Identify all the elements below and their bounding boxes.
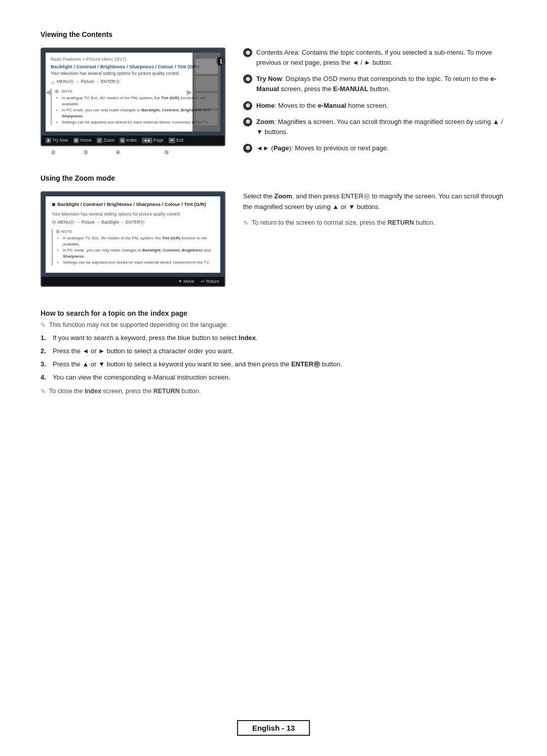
zoom-note-2: In PC mode, you can only make changes to… <box>63 247 214 260</box>
sidebar-thumb-2 <box>196 76 218 91</box>
step-2-num: 2. <box>41 346 49 356</box>
index-note-text: This function may not be supported depen… <box>49 321 228 328</box>
list-text-4: Zoom: Magnifies a screen. You can scroll… <box>256 117 506 137</box>
tv-heading: Backlight / Contrast / Brightness / Shar… <box>51 64 215 69</box>
step-2: 2. Press the ◄ or ► button to select a c… <box>41 346 506 356</box>
section2-two-col: ■ Backlight / Contrast / Brightness / Sh… <box>41 191 506 287</box>
badge-num-2: ❷ <box>243 74 252 83</box>
step-1-num: 1. <box>41 333 49 343</box>
zoom-toolbar-return: ↩ Return <box>201 279 219 284</box>
list-text-5: ◄► (Page): Moves to previous or next pag… <box>256 143 506 153</box>
tv-breadcrumb: Basic Features > Picture Menu (3/17) <box>51 57 215 62</box>
sidebar-thumb-4 <box>196 110 218 125</box>
toolbar-try-now: A Try Now <box>46 138 68 143</box>
zoom-return-text: To return to the screen to normal size, … <box>252 219 435 226</box>
tv-desc: Your television has several setting opti… <box>51 71 215 77</box>
key-c: C <box>97 138 102 143</box>
zoom-note: ㊗ NOTE In analogue TV, Ext., AV modes of… <box>52 229 214 266</box>
section2-right: Select the Zoom, and then press ENTER㊞ t… <box>243 191 506 231</box>
key-d: D <box>120 138 125 143</box>
tv-sidebar <box>192 53 220 132</box>
zoom-toolbar-move: ✦ Move <box>178 279 194 284</box>
note-label-text: NOTE <box>61 89 72 94</box>
step-2-text: Press the ◄ or ► button to select a char… <box>53 346 233 356</box>
list-item-2: ❷ Try Now: Displays the OSD menu that co… <box>243 74 506 94</box>
step-3-num: 3. <box>41 359 49 369</box>
bullet-icon: ■ <box>52 201 55 208</box>
list-item-5: ❺ ◄► (Page): Moves to previous or next p… <box>243 143 506 153</box>
list-text-3: Home: Moves to the e-Manual home screen. <box>256 101 506 111</box>
step-3-text: Press the ▲ or ▼ button to select a keyw… <box>53 359 342 369</box>
toolbar-home: B Home <box>73 138 92 143</box>
list-item-1: ❶ Contents Area: Contains the topic cont… <box>243 48 506 68</box>
zoom-note-label-text: NOTE <box>61 229 72 234</box>
key-page: ◄► <box>142 138 152 143</box>
section1-two-col: Basic Features > Picture Menu (3/17) Bac… <box>41 48 506 156</box>
section1-left: Basic Features > Picture Menu (3/17) Bac… <box>41 48 228 156</box>
zoom-heading-row: ■ Backlight / Contrast / Brightness / Sh… <box>52 201 214 209</box>
section1-right: ❶ Contents Area: Contains the topic cont… <box>243 48 506 153</box>
step-1: 1. If you want to search a keyword, pres… <box>41 333 506 343</box>
zoom-note-list: In analogue TV, Ext., AV modes of the PA… <box>56 235 214 266</box>
closing-note: ✎ To close the Index screen, press the R… <box>41 388 506 395</box>
zoom-toolbar: ✦ Move ↩ Return <box>42 277 224 286</box>
tv-inner: Basic Features > Picture Menu (3/17) Bac… <box>42 49 224 136</box>
closing-note-text: To close the Index screen, press the RET… <box>49 388 201 395</box>
footer: English - 13 <box>0 720 547 736</box>
zoom-note-1: In analogue TV, Ext., AV modes of the PA… <box>63 235 214 247</box>
note-icon-1: ✎ <box>243 219 249 227</box>
label-try-now: Try Now <box>52 138 68 143</box>
footer-badge: English - 13 <box>237 720 310 736</box>
number-labels: ② ③ ④ ⑤ <box>41 149 228 156</box>
note-icon-3: ✎ <box>41 388 46 395</box>
list-text-1: Contents Area: Contains the topic conten… <box>256 48 506 68</box>
sidebar-thumb-3 <box>196 93 218 108</box>
label-zoom: Zoom <box>103 138 114 143</box>
zoom-note-label: ㊗ NOTE <box>56 229 214 234</box>
section-viewing-contents: Viewing the Contents Basic Features > Pi… <box>41 30 506 156</box>
label-home: Home <box>80 138 92 143</box>
list-text-2: Try Now: Displays the OSD menu that corr… <box>256 74 506 94</box>
arrow-right: ► <box>185 87 194 97</box>
section1-title: Viewing the Contents <box>41 30 506 38</box>
index-title: How to search for a topic on the index p… <box>41 309 506 317</box>
badge-num-4: ❹ <box>243 117 252 127</box>
list-item-4: ❹ Zoom: Magnifies a screen. You can scro… <box>243 117 506 137</box>
section2-left: ■ Backlight / Contrast / Brightness / Sh… <box>41 191 228 287</box>
arrow-left: ◄ <box>42 85 55 99</box>
content-list: ❶ Contents Area: Contains the topic cont… <box>243 48 506 153</box>
tv-menu-path: MENU㊞ → Picture → ENTER㊞ <box>57 79 120 85</box>
badge-num-3: ❸ <box>243 101 252 110</box>
section2-title: Using the Zoom mode <box>41 174 506 182</box>
key-exit: ↵ <box>169 138 175 143</box>
num-label-3: ③ <box>83 149 88 156</box>
tv-toolbar-viewing: A Try Now B Home C Zoom D <box>42 136 224 145</box>
num-label-5: ⑤ <box>164 149 169 156</box>
zoom-menu-path: ㊗ MENU㊞ → Picture → Backlight → ENTER㊞ <box>52 220 214 226</box>
label-index: Index <box>126 138 137 143</box>
zoom-menu-path-text: MENU㊞ → Picture → Backlight → ENTER㊞ <box>57 220 144 225</box>
toolbar-zoom: C Zoom <box>97 138 114 143</box>
index-note-intro: ✎ This function may not be supported dep… <box>41 321 506 329</box>
zoom-heading: Backlight / Contrast / Brightness / Shar… <box>57 201 206 207</box>
tv-note-list: In analogue TV, Ext., AV modes of the PA… <box>55 95 215 125</box>
zoom-note-3: Settings can be adjusted and stored for … <box>63 260 214 266</box>
label-page: Page <box>153 138 164 143</box>
zoom-content: ■ Backlight / Contrast / Brightness / Sh… <box>46 196 220 273</box>
zoom-tv-inner: ■ Backlight / Contrast / Brightness / Sh… <box>42 192 224 277</box>
list-item-3: ❸ Home: Moves to the e-Manual home scree… <box>243 101 506 111</box>
toolbar-page: ◄► Page <box>142 138 164 143</box>
sidebar-thumb-1 <box>196 59 218 74</box>
label-exit: Exit <box>176 138 183 143</box>
tv-menu-path-row: ㊞ MENU㊞ → Picture → ENTER㊞ <box>51 79 215 87</box>
page-content: Viewing the Contents Basic Features > Pi… <box>41 30 506 399</box>
badge-num-5: ❺ <box>243 144 252 153</box>
note-icon-2: ✎ <box>41 321 46 329</box>
index-steps: 1. If you want to search a keyword, pres… <box>41 333 506 383</box>
section-zoom-mode: Using the Zoom mode ■ Backlight / Contra… <box>41 174 506 287</box>
num-label-4: ④ <box>115 149 121 156</box>
key-a: A <box>46 138 51 143</box>
zoom-desc-text: Select the Zoom, and then press ENTER㊞ t… <box>243 191 506 213</box>
key-b: B <box>73 138 79 143</box>
step-4-num: 4. <box>41 372 49 383</box>
